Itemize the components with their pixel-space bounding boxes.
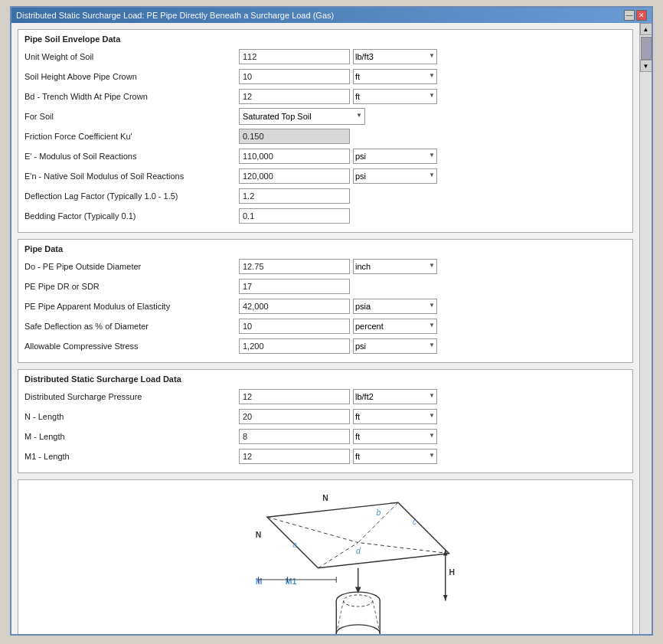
pipe-data-section: Pipe Data Do - PE Pipe Outside Diameter …	[18, 239, 633, 363]
trench-width-unit-wrapper: ft	[353, 89, 437, 104]
minimize-button[interactable]: —	[624, 10, 635, 21]
scrollbar-up-button[interactable]: ▲	[640, 23, 652, 35]
input-modulus-elasticity[interactable]	[239, 299, 350, 314]
for-soil-select[interactable]: Saturated Top Soil Dry Top Soil Saturate…	[239, 108, 365, 125]
soil-height-unit-wrapper: ft	[353, 69, 437, 84]
diagram-section: a b c d N N M M1 H	[18, 479, 633, 634]
field-row-deflection-lag: Deflection Lag Factor (Typically 1.0 - 1…	[24, 188, 626, 204]
soil-height-unit[interactable]: ft	[353, 69, 437, 84]
field-row-soil-height: Soil Height Above Pipe Crown ft	[24, 68, 626, 85]
label-for-soil: For Soil	[24, 112, 239, 121]
scroll-content[interactable]: Pipe Soil Envelope Data Unit Weight of S…	[11, 23, 639, 634]
svg-text:N: N	[322, 494, 328, 502]
field-row-od: Do - PE Pipe Outside Diameter inch mm	[24, 258, 626, 275]
soil-envelope-title: Pipe Soil Envelope Data	[24, 34, 626, 44]
svg-text:d: d	[356, 547, 361, 555]
label-friction: Friction Force Coefficient Ku'	[24, 132, 239, 141]
m-length-unit[interactable]: ft	[353, 429, 437, 444]
scrollbar-thumb[interactable]	[641, 37, 652, 60]
input-od[interactable]	[239, 259, 350, 274]
od-unit-wrapper: inch mm	[353, 259, 437, 274]
input-e-modulus[interactable]	[239, 149, 350, 164]
field-row-bedding-factor: Bedding Factor (Typically 0.1)	[24, 208, 626, 224]
input-trench-width[interactable]	[239, 89, 350, 104]
close-button[interactable]: ✕	[636, 10, 647, 21]
window-title: Distributed Static Surcharge Load: PE Pi…	[16, 11, 334, 20]
label-m1-length: M1 - Length	[24, 452, 239, 461]
pipe-data-title: Pipe Data	[24, 244, 626, 253]
field-row-surcharge-pressure: Distributed Surcharge Pressure lb/ft2	[24, 388, 626, 405]
surcharge-section: Distributed Static Surcharge Load Data D…	[18, 369, 633, 473]
title-bar: Distributed Static Surcharge Load: PE Pi…	[11, 8, 652, 23]
e-modulus-unit[interactable]: psi	[353, 149, 437, 164]
label-safe-deflection: Safe Deflection as % of Diameter	[24, 322, 239, 331]
svg-text:b: b	[377, 508, 381, 517]
od-unit[interactable]: inch mm	[353, 259, 437, 274]
label-m-length: M - Length	[24, 432, 239, 441]
field-row-modulus-elasticity: PE Pipe Apparent Modulus of Elasticity p…	[24, 298, 626, 315]
label-en-modulus: E'n - Native Soil Modulus of Soil Reacti…	[24, 172, 239, 181]
label-n-length: N - Length	[24, 412, 239, 421]
main-window: Distributed Static Surcharge Load: PE Pi…	[10, 6, 653, 636]
input-friction	[239, 129, 350, 144]
svg-text:H: H	[449, 568, 456, 577]
input-m-length[interactable]	[239, 429, 350, 444]
en-modulus-unit[interactable]: psi	[353, 168, 437, 184]
unit-weight-unit[interactable]: lb/ft3	[353, 49, 437, 64]
m1-length-unit[interactable]: ft	[353, 449, 437, 464]
input-bedding-factor[interactable]	[239, 208, 350, 224]
field-row-en-modulus: E'n - Native Soil Modulus of Soil Reacti…	[24, 168, 626, 185]
label-trench-width: Bd - Trench Width At Pipe Crown	[24, 92, 239, 101]
label-soil-height: Soil Height Above Pipe Crown	[24, 72, 239, 81]
trench-width-unit[interactable]: ft	[353, 89, 437, 104]
label-surcharge-pressure: Distributed Surcharge Pressure	[24, 392, 239, 401]
soil-envelope-section: Pipe Soil Envelope Data Unit Weight of S…	[18, 29, 633, 233]
field-row-for-soil: For Soil Saturated Top Soil Dry Top Soil…	[24, 108, 626, 125]
compressive-stress-unit-wrapper: psi	[353, 338, 437, 354]
input-safe-deflection[interactable]	[239, 319, 350, 334]
compressive-stress-unit[interactable]: psi	[353, 338, 437, 354]
label-unit-weight: Unit Weight of Soil	[24, 52, 239, 61]
safe-deflection-unit[interactable]: percent	[353, 319, 437, 334]
input-n-length[interactable]	[239, 409, 350, 424]
svg-marker-0	[267, 502, 449, 568]
input-surcharge-pressure[interactable]	[239, 389, 350, 404]
svg-text:N: N	[256, 531, 262, 539]
label-compressive-stress: Allowable Compressive Stress	[24, 342, 239, 351]
input-soil-height[interactable]	[239, 69, 350, 84]
input-m1-length[interactable]	[239, 449, 350, 464]
unit-weight-unit-wrapper: lb/ft3	[353, 49, 437, 64]
input-compressive-stress[interactable]	[239, 338, 350, 354]
field-row-friction: Friction Force Coefficient Ku'	[24, 128, 626, 145]
label-modulus-elasticity: PE Pipe Apparent Modulus of Elasticity	[24, 302, 239, 311]
field-row-safe-deflection: Safe Deflection as % of Diameter percent	[24, 318, 626, 335]
input-dr[interactable]	[239, 279, 350, 294]
modulus-elasticity-unit-wrapper: psia	[353, 299, 437, 314]
input-en-modulus[interactable]	[239, 168, 350, 184]
scrollbar-down-button[interactable]: ▼	[640, 60, 652, 72]
safe-deflection-unit-wrapper: percent	[353, 319, 437, 334]
svg-text:M: M	[256, 577, 263, 586]
field-row-dr: PE Pipe DR or SDR	[24, 278, 626, 295]
input-deflection-lag[interactable]	[239, 188, 350, 204]
surcharge-pressure-unit[interactable]: lb/ft2	[353, 389, 437, 404]
e-modulus-unit-wrapper: psi	[353, 149, 437, 164]
scrollbar[interactable]: ▲ ▼	[639, 23, 652, 634]
en-modulus-unit-wrapper: psi	[353, 168, 437, 184]
n-length-unit[interactable]: ft	[353, 409, 437, 424]
svg-line-1	[267, 517, 358, 542]
svg-text:c: c	[413, 518, 417, 526]
label-deflection-lag: Deflection Lag Factor (Typically 1.0 - 1…	[24, 191, 239, 201]
label-e-modulus: E' - Modulus of Soil Reactions	[24, 152, 239, 161]
field-row-n-length: N - Length ft	[24, 408, 626, 425]
field-row-e-modulus: E' - Modulus of Soil Reactions psi	[24, 148, 626, 165]
input-unit-weight[interactable]	[239, 49, 350, 64]
content-area: Pipe Soil Envelope Data Unit Weight of S…	[11, 23, 652, 634]
label-dr: PE Pipe DR or SDR	[24, 282, 239, 291]
label-bedding-factor: Bedding Factor (Typically 0.1)	[24, 211, 239, 221]
modulus-elasticity-unit[interactable]: psia	[353, 299, 437, 314]
svg-marker-15	[443, 595, 448, 601]
field-row-compressive-stress: Allowable Compressive Stress psi	[24, 338, 626, 355]
svg-text:a: a	[292, 541, 297, 549]
field-row-unit-weight: Unit Weight of Soil lb/ft3	[24, 48, 626, 65]
